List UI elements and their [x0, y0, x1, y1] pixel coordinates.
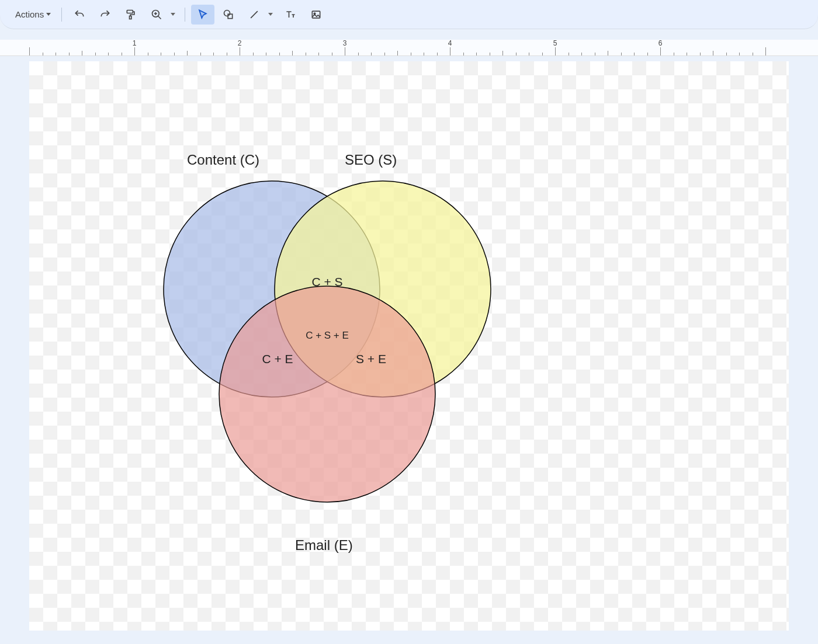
- text-tool-button[interactable]: [279, 5, 302, 25]
- ruler-mark: 3: [343, 40, 347, 47]
- image-tool-button[interactable]: [304, 5, 328, 25]
- venn-diagram[interactable]: [29, 61, 789, 631]
- line-group: [242, 5, 276, 25]
- toolbar: Actions: [0, 0, 818, 29]
- cursor-icon: [197, 9, 209, 20]
- line-dropdown-caret[interactable]: [268, 13, 273, 16]
- venn-label-ce[interactable]: C + E: [262, 352, 293, 366]
- zoom-icon: [151, 9, 162, 20]
- divider: [61, 8, 62, 22]
- venn-circle-email[interactable]: [219, 286, 435, 502]
- ruler: 123456: [0, 40, 818, 56]
- svg-point-6: [224, 10, 230, 16]
- shape-tool-button[interactable]: [217, 5, 240, 25]
- divider: [185, 8, 185, 22]
- shape-icon: [223, 9, 234, 20]
- line-tool-button[interactable]: [242, 5, 266, 25]
- zoom-button[interactable]: [145, 5, 168, 25]
- ruler-mark: 6: [658, 40, 663, 47]
- svg-line-8: [251, 11, 258, 18]
- paint-roller-icon: [125, 9, 137, 20]
- redo-icon: [99, 9, 111, 20]
- canvas[interactable]: Content (C) SEO (S) Email (E) C + S C + …: [29, 61, 789, 631]
- undo-icon: [74, 9, 85, 20]
- venn-label-content[interactable]: Content (C): [187, 152, 259, 168]
- ruler-mark: 2: [238, 40, 242, 47]
- venn-label-email[interactable]: Email (E): [295, 537, 353, 554]
- venn-label-cse[interactable]: C + S + E: [306, 330, 349, 342]
- svg-rect-7: [228, 14, 233, 18]
- undo-button[interactable]: [68, 5, 91, 25]
- zoom-dropdown-caret[interactable]: [171, 13, 175, 16]
- ruler-mark: 1: [133, 40, 137, 47]
- paint-format-button[interactable]: [119, 5, 143, 25]
- zoom-group: [145, 5, 179, 25]
- text-icon: [285, 9, 296, 20]
- svg-rect-9: [313, 11, 320, 18]
- select-tool-button[interactable]: [191, 5, 214, 25]
- redo-button[interactable]: [93, 5, 117, 25]
- actions-label: Actions: [15, 9, 44, 19]
- venn-label-se[interactable]: S + E: [356, 352, 386, 366]
- svg-line-3: [158, 16, 161, 19]
- actions-dropdown[interactable]: Actions: [11, 6, 56, 23]
- line-icon: [248, 9, 260, 20]
- chevron-down-icon: [46, 13, 51, 16]
- venn-label-cs[interactable]: C + S: [311, 275, 342, 289]
- venn-label-seo[interactable]: SEO (S): [345, 152, 397, 168]
- svg-rect-1: [130, 16, 131, 19]
- ruler-mark: 4: [448, 40, 452, 47]
- image-icon: [310, 9, 322, 20]
- svg-rect-0: [127, 10, 133, 13]
- ruler-mark: 5: [553, 40, 557, 47]
